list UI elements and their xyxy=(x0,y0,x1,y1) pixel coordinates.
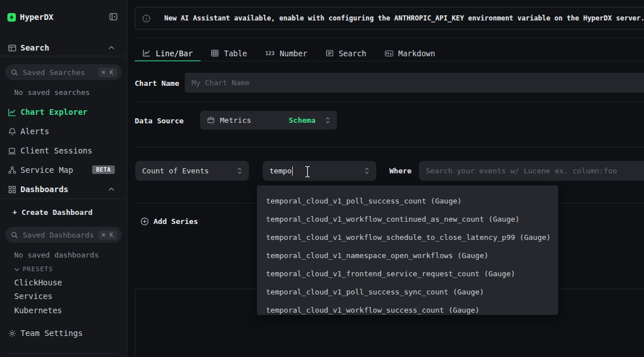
chart-type-tabs: Line/Bar Table 123 Number Search Markdow… xyxy=(135,45,644,61)
metric-option[interactable]: temporal_cloud_v1_namespace_open_workflo… xyxy=(257,247,558,265)
gear-icon xyxy=(7,329,16,338)
tab-label: Search xyxy=(339,49,367,58)
hyperdx-logo-icon xyxy=(7,13,16,22)
add-series-label: Add Series xyxy=(153,217,198,226)
table-icon xyxy=(211,49,219,57)
search-icon xyxy=(11,69,18,76)
schema-link[interactable]: Schema xyxy=(289,116,315,124)
tab-line-bar[interactable]: Line/Bar xyxy=(135,45,201,61)
database-icon xyxy=(207,117,215,124)
sidebar: HyperDX Search ⌘ K No saved searches Cha… xyxy=(0,0,127,357)
preset-kubernetes[interactable]: Kubernetes xyxy=(14,306,62,315)
search-section-icon xyxy=(7,43,16,52)
tab-label: Line/Bar xyxy=(156,49,193,58)
sidebar-item-label: Alerts xyxy=(20,127,49,136)
sidebar-item-label: Team Settings xyxy=(20,329,83,338)
sidebar-section-search-label: Search xyxy=(20,43,49,52)
sidebar-item-team-settings[interactable]: Team Settings xyxy=(7,329,83,338)
data-source-select[interactable]: Metrics Schema xyxy=(200,111,337,130)
app-logo[interactable]: HyperDX xyxy=(7,13,53,22)
chevron-down-icon xyxy=(14,268,19,271)
sidebar-section-dashboards[interactable]: Dashboards xyxy=(7,185,68,194)
metric-option[interactable]: temporal_cloud_v1_workflow_continued_as_… xyxy=(257,210,558,229)
main-content: New AI Assistant available, enable with … xyxy=(127,0,644,357)
tab-label: Number xyxy=(280,49,308,58)
tab-search[interactable]: Search xyxy=(318,45,375,61)
add-series-button[interactable]: Add Series xyxy=(135,214,203,229)
metric-suggestions-dropdown: temporal_cloud_v1_poll_success_count (Ga… xyxy=(257,185,558,315)
bell-icon xyxy=(7,127,16,136)
tab-label: Table xyxy=(224,49,247,58)
sidebar-item-alerts[interactable]: Alerts xyxy=(7,127,49,136)
select-chevrons-icon xyxy=(325,117,330,124)
search-icon xyxy=(11,231,18,239)
document-lines-icon xyxy=(326,49,334,57)
dashboards-icon xyxy=(7,185,16,194)
metric-select-input[interactable]: tempo xyxy=(263,161,376,181)
saved-searches-search[interactable]: ⌘ K xyxy=(5,64,122,80)
service-map-icon xyxy=(7,165,16,175)
where-label: Where xyxy=(389,167,412,175)
saved-dashboards-input[interactable] xyxy=(23,231,98,239)
circle-plus-icon xyxy=(140,217,149,226)
number-123-icon: 123 xyxy=(265,51,275,56)
chart-name-label: Chart Name xyxy=(135,79,179,88)
markdown-icon xyxy=(385,50,393,57)
metric-option[interactable]: temporal_cloud_v1_poll_success_count (Ga… xyxy=(257,192,558,210)
preset-services[interactable]: Services xyxy=(14,292,52,301)
sidebar-section-dashboards-label: Dashboards xyxy=(20,185,68,194)
presets-label: PRESETS xyxy=(23,265,53,273)
saved-dashboards-search[interactable]: ⌘ K xyxy=(5,227,122,243)
line-chart-icon xyxy=(143,49,151,57)
aggregation-select[interactable]: Count of Events xyxy=(135,161,249,181)
dashboards-chevron-up-icon[interactable] xyxy=(108,187,115,192)
data-source-value: Metrics xyxy=(220,116,251,124)
data-source-label: Data Source xyxy=(135,117,184,125)
aggregation-value: Count of Events xyxy=(142,167,209,175)
sidebar-item-service-map[interactable]: Service Map xyxy=(7,165,73,175)
sidebar-item-chart-explorer[interactable]: Chart Explorer xyxy=(7,107,88,117)
tab-table[interactable]: Table xyxy=(203,45,255,61)
tab-markdown[interactable]: Markdown xyxy=(377,45,443,61)
laptop-icon xyxy=(7,146,16,155)
create-dashboard-button[interactable]: + Create Dashboard xyxy=(13,208,93,217)
text-caret xyxy=(292,167,293,176)
sidebar-section-search[interactable]: Search xyxy=(7,43,49,52)
sidebar-item-label: Service Map xyxy=(20,165,73,175)
chart-explorer-icon xyxy=(7,107,16,117)
metric-option[interactable]: temporal_cloud_v1_workflow_success_count… xyxy=(257,301,558,315)
ai-assistant-banner: New AI Assistant available, enable with … xyxy=(135,7,644,30)
info-icon xyxy=(142,14,151,23)
metric-option[interactable]: temporal_cloud_v1_workflow_schedule_to_c… xyxy=(257,229,558,247)
sidebar-item-label: Chart Explorer xyxy=(20,107,88,117)
where-input[interactable] xyxy=(419,161,644,181)
tab-label: Markdown xyxy=(398,49,435,58)
saved-searches-input[interactable] xyxy=(23,68,98,77)
presets-toggle[interactable]: PRESETS xyxy=(14,265,53,273)
app-title: HyperDX xyxy=(20,13,53,22)
metric-option[interactable]: temporal_cloud_v1_frontend_service_reque… xyxy=(257,265,558,283)
preset-clickhouse[interactable]: ClickHouse xyxy=(14,278,62,287)
collapse-sidebar-icon[interactable] xyxy=(109,13,118,21)
sidebar-item-client-sessions[interactable]: Client Sessions xyxy=(7,146,92,155)
metric-option[interactable]: temporal_cloud_v1_poll_success_sync_coun… xyxy=(257,283,558,301)
search-section-chevron-up-icon[interactable] xyxy=(108,45,115,50)
select-chevrons-icon xyxy=(364,167,369,175)
select-chevrons-icon xyxy=(237,167,242,175)
banner-text: New AI Assistant available, enable with … xyxy=(164,14,644,22)
tab-number[interactable]: 123 Number xyxy=(257,45,315,61)
beta-badge: BETA xyxy=(92,165,115,174)
no-saved-dashboards-text: No saved dashboards xyxy=(14,251,99,259)
saved-searches-shortcut: ⌘ K xyxy=(98,68,117,77)
sidebar-item-label: Client Sessions xyxy=(20,146,92,155)
no-saved-searches-text: No saved searches xyxy=(14,88,90,97)
chart-name-input[interactable] xyxy=(185,73,644,93)
metric-input-value: tempo xyxy=(269,167,292,175)
saved-dashboards-shortcut: ⌘ K xyxy=(98,230,117,240)
